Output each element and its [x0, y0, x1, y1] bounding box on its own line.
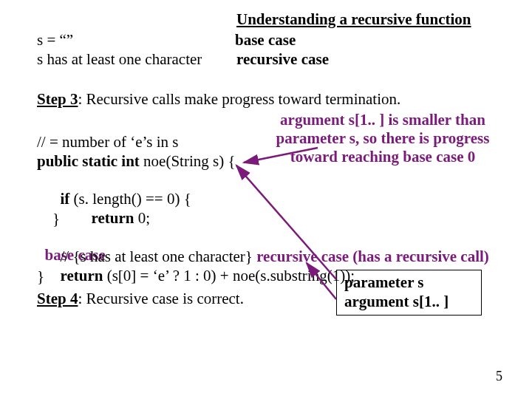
code-l5: } — [37, 210, 60, 228]
code-l7: return (s[0] = ‘e’ ? 1 : 0) + noe(s.subs… — [37, 248, 355, 285]
progress-note: argument s[1.. ] is smaller than paramet… — [265, 111, 501, 166]
step3-text: : Recursive calls make progress toward t… — [78, 90, 400, 108]
code-l8: } — [37, 267, 44, 286]
box-parameter-s: parameter s — [344, 273, 424, 292]
step4-line: Step 4: Recursive case is correct. — [37, 290, 244, 308]
progress-note-l3: toward reaching base case 0 — [265, 148, 501, 166]
page-number: 5 — [496, 369, 502, 384]
code-l7b: (s[0] = ‘e’ ? 1 : 0) + noe(s.substring(1… — [103, 267, 355, 284]
box-argument-s1: argument s[1.. ] — [344, 293, 449, 311]
code-l2: public static int noe(String s) { — [37, 152, 236, 171]
param-arg-box: parameter s argument s[1.. ] — [336, 270, 482, 316]
slide-title: Understanding a recursive function — [236, 10, 471, 29]
code-l7a: return — [45, 267, 103, 284]
case-base-left: s = “” — [37, 31, 73, 50]
code-l1: // = number of ‘e’s in s — [37, 133, 178, 151]
code-l2a: public static int — [37, 152, 140, 170]
step4-text: : Recursive case is correct. — [78, 290, 243, 307]
step4-label: Step 4 — [37, 290, 78, 307]
case-base-right: base case — [235, 31, 296, 50]
progress-note-l1: argument s[1.. ] is smaller than — [265, 111, 501, 129]
step3-line: Step 3: Recursive calls make progress to… — [37, 90, 400, 109]
step3-label: Step 3 — [37, 90, 78, 108]
progress-note-l2: parameter s, so there is progress — [265, 129, 501, 148]
code-l4b: 0; — [134, 209, 150, 227]
code-l2b: noe(String s) { — [140, 152, 236, 170]
case-recursive-right: recursive case — [236, 50, 329, 69]
case-recursive-left: s has at least one character — [37, 50, 202, 69]
